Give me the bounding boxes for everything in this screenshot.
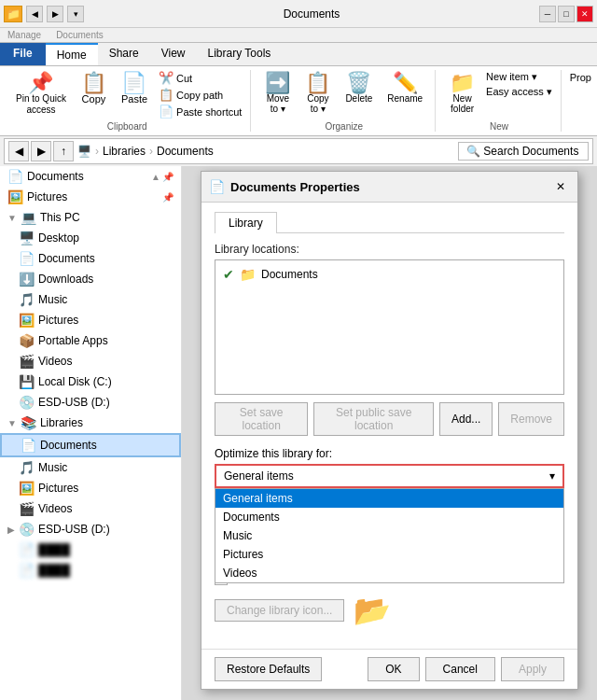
icon-section: Change library icon... 📂 xyxy=(215,593,564,628)
tb-forward[interactable]: ▶ xyxy=(47,6,63,22)
dialog-tab-bar: Library xyxy=(215,212,564,233)
window-title: Documents xyxy=(84,7,539,21)
paste-shortcut-icon: 📄 xyxy=(159,105,174,119)
sidebar-item-lib-pictures[interactable]: 🖼️ Pictures xyxy=(0,478,181,498)
copy-to-button[interactable]: 📋 Copyto ▾ xyxy=(298,70,337,117)
paste-button[interactable]: 📄 Paste xyxy=(115,70,154,107)
delete-button[interactable]: 🗑️ Delete xyxy=(339,70,379,106)
dialog-title-icon: 📄 xyxy=(209,179,225,194)
option-music[interactable]: Music xyxy=(215,526,563,545)
sidebar-item-documents-top[interactable]: 📄 Documents ▲ 📌 xyxy=(0,166,181,187)
ok-btn[interactable]: OK xyxy=(368,657,419,681)
clipboard-small-group: ✂️ Cut 📋 Copy path 📄 Paste shortcut xyxy=(156,70,244,119)
remove-btn[interactable]: Remove xyxy=(498,402,564,436)
new-folder-button[interactable]: 📁 Newfolder xyxy=(443,70,481,117)
content-area: 📄 Documents Properties ✕ Library Library… xyxy=(182,166,597,700)
paste-label: Paste xyxy=(121,93,147,105)
minimize-btn[interactable]: ─ xyxy=(539,6,556,22)
sidebar-item-local-disk[interactable]: 💾 Local Disk (C:) xyxy=(0,371,181,392)
sidebar-item-blurred1[interactable]: 📄 ████ xyxy=(0,539,181,560)
easy-access-button[interactable]: Easy access ▾ xyxy=(483,85,555,99)
sidebar-item-lib-documents[interactable]: 📄 Documents xyxy=(0,433,181,457)
copy-to-icon: 📋 xyxy=(305,73,330,93)
sidebar-item-documents[interactable]: 📄 Documents xyxy=(0,248,181,269)
back-btn[interactable]: ◀ xyxy=(8,141,29,161)
dropdown-list: General items Documents Music Pictures V… xyxy=(215,488,564,583)
sidebar-item-libraries[interactable]: ▼ 📚 Libraries xyxy=(0,413,181,433)
dialog-close-btn[interactable]: ✕ xyxy=(551,177,570,196)
sidebar-label-lib-documents: Documents xyxy=(40,439,97,452)
tab-library-tools[interactable]: Library Tools xyxy=(197,43,283,65)
sidebar-item-music[interactable]: 🎵 Music xyxy=(0,289,181,310)
sidebar-item-lib-music[interactable]: 🎵 Music xyxy=(0,457,181,478)
sidebar-icon-documents: 📄 xyxy=(19,251,35,266)
forward-btn[interactable]: ▶ xyxy=(31,141,51,161)
locations-box: ✔ 📁 Documents xyxy=(215,259,564,395)
rename-icon: ✏️ xyxy=(393,73,418,93)
restore-defaults-btn[interactable]: Restore Defaults xyxy=(215,657,322,681)
quick-access-icon: 📁 xyxy=(4,6,22,22)
sidebar-label-esd-usb: ESD-USB (D:) xyxy=(38,396,110,409)
paste-shortcut-button[interactable]: 📄 Paste shortcut xyxy=(156,104,244,119)
sidebar-item-blurred2[interactable]: 📄 ████ xyxy=(0,560,181,581)
up-btn[interactable]: ↑ xyxy=(53,141,74,161)
cut-button[interactable]: ✂️ Cut xyxy=(156,70,244,86)
tab-share[interactable]: Share xyxy=(98,43,150,65)
paste-shortcut-label: Paste shortcut xyxy=(176,106,242,118)
copy-path-button[interactable]: 📋 Copy path xyxy=(156,87,244,103)
sidebar-icon-videos: 🎬 xyxy=(19,354,35,369)
move-to-button[interactable]: ➡️ Moveto ▾ xyxy=(258,70,297,117)
sidebar-icon-portable: 📦 xyxy=(19,333,35,348)
sidebar: 📄 Documents ▲ 📌 🖼️ Pictures 📌 ▼ 💻 This P… xyxy=(0,166,182,700)
sidebar-item-esd-usb[interactable]: 💿 ESD-USB (D:) xyxy=(0,392,181,413)
ribbon-content: 📌 Pin to Quickaccess 📋 Copy 📄 Paste ✂️ C… xyxy=(0,66,597,135)
sidebar-item-esd-usb2[interactable]: ▶ 💿 ESD-USB (D:) xyxy=(0,519,181,539)
sidebar-item-this-pc[interactable]: ▼ 💻 This PC xyxy=(0,207,181,228)
location-name-documents: Documents xyxy=(261,268,318,281)
option-general-items[interactable]: General items xyxy=(215,489,563,508)
sidebar-icon-blurred2: 📄 xyxy=(19,563,35,578)
apply-btn[interactable]: Apply xyxy=(501,657,564,681)
new-label: New xyxy=(490,121,508,132)
search-box[interactable]: 🔍 Search Documents xyxy=(458,142,589,161)
tab-file[interactable]: File xyxy=(0,43,46,65)
sidebar-item-lib-videos[interactable]: 🎬 Videos xyxy=(0,498,181,519)
close-btn[interactable]: ✕ xyxy=(576,6,593,22)
delete-label: Delete xyxy=(345,93,372,104)
breadcrumb-documents[interactable]: Documents xyxy=(157,145,214,158)
sidebar-item-pictures[interactable]: 🖼️ Pictures xyxy=(0,310,181,330)
sidebar-item-pictures-top[interactable]: 🖼️ Pictures 📌 xyxy=(0,187,181,207)
ribbon: Manage Documents File Home Share View Li… xyxy=(0,28,597,136)
organize-label: Organize xyxy=(325,121,363,132)
pin-icon: 📌 xyxy=(28,73,53,93)
new-item-button[interactable]: New item ▾ xyxy=(483,70,555,84)
sidebar-label-documents-top: Documents xyxy=(27,170,84,183)
maximize-btn[interactable]: □ xyxy=(558,6,575,22)
rename-button[interactable]: ✏️ Rename xyxy=(381,70,429,106)
tb-down[interactable]: ▾ xyxy=(67,6,84,22)
option-videos[interactable]: Videos xyxy=(215,564,563,582)
tab-library[interactable]: Library xyxy=(215,212,277,233)
copy-button[interactable]: 📋 Copy xyxy=(75,70,113,107)
rename-label: Rename xyxy=(387,93,423,104)
option-pictures[interactable]: Pictures xyxy=(215,545,563,564)
sidebar-item-downloads[interactable]: ⬇️ Downloads xyxy=(0,269,181,289)
change-icon-btn[interactable]: Change library icon... xyxy=(215,599,344,622)
set-public-save-location-btn[interactable]: Set public save location xyxy=(313,402,434,436)
cancel-btn[interactable]: Cancel xyxy=(425,657,495,681)
breadcrumb-libraries[interactable]: Libraries xyxy=(103,145,146,158)
option-documents[interactable]: Documents xyxy=(215,508,563,526)
sidebar-label-lib-music: Music xyxy=(38,461,67,474)
sidebar-item-portable-apps[interactable]: 📦 Portable Apps xyxy=(0,330,181,351)
add-btn[interactable]: Add... xyxy=(439,402,493,436)
title-bar: 📁 ◀ ▶ ▾ Documents ─ □ ✕ xyxy=(0,0,597,28)
tab-home[interactable]: Home xyxy=(46,43,98,65)
optimize-dropdown-btn[interactable]: General items ▾ xyxy=(215,464,564,488)
sidebar-item-desktop[interactable]: 🖥️ Desktop xyxy=(0,228,181,248)
sidebar-scroll-up[interactable]: ▲ xyxy=(151,172,160,182)
set-save-location-btn[interactable]: Set save location xyxy=(215,402,308,436)
tab-view[interactable]: View xyxy=(150,43,197,65)
tb-back[interactable]: ◀ xyxy=(26,6,43,22)
sidebar-item-videos[interactable]: 🎬 Videos xyxy=(0,351,181,371)
pin-button[interactable]: 📌 Pin to Quickaccess xyxy=(9,70,73,119)
